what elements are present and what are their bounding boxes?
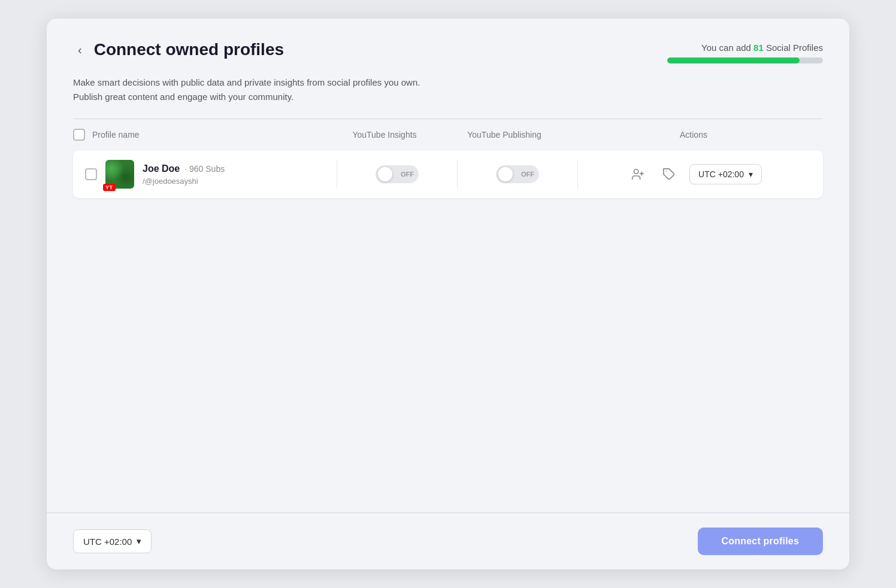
select-all-checkbox[interactable] [73, 129, 85, 141]
profile-info: Joe Doe · 960 Subs /@joedoesayshi [143, 163, 225, 186]
th-profile: Profile name [73, 129, 325, 141]
row-publishing-cell: OFF [458, 165, 577, 183]
row-profile-cell: YT Joe Doe · 960 Subs /@joedoesayshi [85, 160, 337, 189]
toggle-label-insights: OFF [401, 171, 414, 178]
insights-toggle[interactable]: OFF [376, 165, 419, 183]
row-timezone-button[interactable]: UTC +02:00 ▾ [689, 164, 762, 184]
modal-header: ‹ Connect owned profiles You can add 81 … [47, 19, 849, 75]
table-body: YT Joe Doe · 960 Subs /@joedoesayshi OFF [47, 150, 849, 513]
th-insights-label: YouTube Insights [325, 130, 444, 140]
avatar-wrap: YT [105, 160, 134, 189]
footer-timezone-label: UTC +02:00 [83, 537, 132, 547]
page-title: Connect owned profiles [94, 40, 284, 59]
add-user-button[interactable] [627, 163, 649, 185]
svg-point-0 [634, 169, 638, 174]
th-publishing-label: YouTube Publishing [444, 130, 564, 140]
profile-handle: /@joedoesayshi [143, 177, 225, 186]
profile-name-row: Joe Doe · 960 Subs [143, 163, 225, 174]
social-profiles-suffix: Social Profiles [764, 43, 823, 53]
social-profiles-prefix: You can add [701, 43, 753, 53]
profile-subs: · 960 Subs [184, 164, 225, 174]
row-actions-cell: UTC +02:00 ▾ [578, 163, 811, 185]
modal-footer: UTC +02:00 ▾ Connect profiles [47, 513, 849, 569]
table-header: Profile name YouTube Insights YouTube Pu… [47, 119, 849, 150]
back-button[interactable]: ‹ [73, 41, 87, 59]
subtitle-text: Make smart decisions with public data an… [47, 75, 466, 119]
row-timezone-label: UTC +02:00 [698, 169, 744, 179]
row-insights-cell: OFF [337, 165, 457, 183]
toggle-thumb-publishing [498, 167, 513, 181]
footer-timezone-button[interactable]: UTC +02:00 ▾ [73, 529, 152, 553]
profile-name: Joe Doe [143, 163, 180, 174]
connect-profiles-modal: ‹ Connect owned profiles You can add 81 … [47, 19, 849, 569]
footer-timezone-chevron-icon: ▾ [137, 536, 141, 547]
label-button[interactable] [658, 163, 680, 185]
connect-profiles-button[interactable]: Connect profiles [698, 528, 823, 555]
th-actions-label: Actions [564, 130, 823, 140]
table-row: YT Joe Doe · 960 Subs /@joedoesayshi OFF [73, 150, 823, 198]
row-checkbox[interactable] [85, 168, 97, 180]
toggle-label-publishing: OFF [521, 171, 534, 178]
row-timezone-chevron-icon: ▾ [749, 169, 753, 179]
header-left: ‹ Connect owned profiles [73, 40, 284, 59]
social-profiles-text: You can add 81 Social Profiles [667, 43, 823, 53]
publishing-toggle[interactable]: OFF [496, 165, 539, 183]
progress-bar-fill [667, 57, 800, 63]
social-profiles-count: 81 [753, 43, 764, 53]
toggle-thumb-insights [378, 167, 392, 181]
th-profile-name-label: Profile name [92, 130, 140, 140]
header-right: You can add 81 Social Profiles [667, 40, 823, 63]
progress-bar-container [667, 57, 823, 63]
platform-badge: YT [103, 184, 116, 191]
